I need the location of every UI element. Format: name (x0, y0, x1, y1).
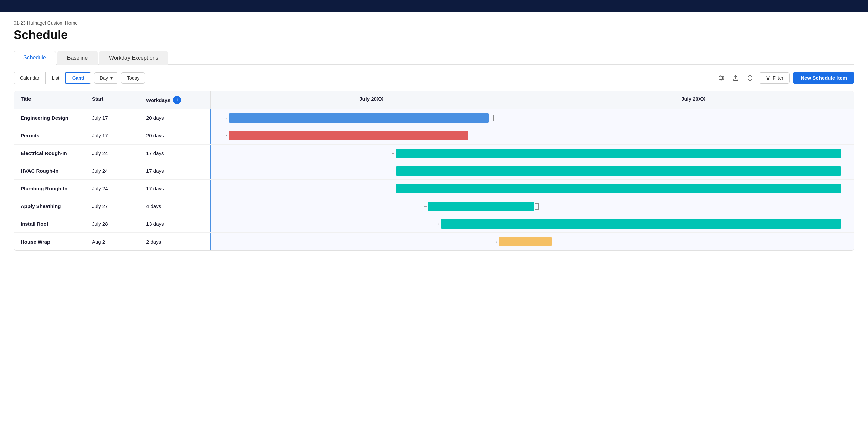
arrow-icon-7: → (494, 239, 498, 244)
arrow-icon-6: → (436, 221, 440, 226)
gantt-right-header: July 20XX July 20XX (211, 91, 854, 109)
collapse-icon-btn[interactable] (745, 73, 755, 83)
chevron-down-icon: ▾ (110, 75, 113, 81)
cell-start-1: July 17 (88, 128, 143, 143)
cell-workdays-7: 2 days (143, 234, 190, 249)
row-left-7: House Wrap Aug 2 2 days (14, 233, 211, 250)
view-toggle: Calendar List Gantt (14, 72, 91, 84)
gantt-bar-5[interactable] (428, 202, 534, 211)
gantt-bar-7[interactable] (499, 237, 552, 246)
today-btn[interactable]: Today (121, 72, 145, 84)
svg-point-5 (721, 79, 722, 80)
settings-icon-btn[interactable] (716, 73, 727, 83)
cell-start-5: July 27 (88, 198, 143, 214)
page-container: 01-23 Hufnagel Custom Home Schedule Sche… (0, 12, 868, 259)
gantt-bar-1[interactable] (229, 131, 468, 140)
breadcrumb: 01-23 Hufnagel Custom Home (14, 20, 854, 26)
cell-title-0: Engineering Design (14, 110, 88, 126)
top-bar (0, 0, 868, 12)
gantt-header: Title Start Workdays + July 20XX July 20… (14, 91, 854, 109)
month-header-2: July 20XX (532, 91, 854, 109)
table-row: House Wrap Aug 2 2 days → (14, 233, 854, 250)
col-title-header: Title (14, 91, 88, 109)
cell-title-4: Plumbing Rough-In (14, 181, 88, 196)
gantt-body: Engineering Design July 17 20 days → Per… (14, 109, 854, 250)
cell-title-2: Electrical Rough-In (14, 146, 88, 161)
table-row: HVAC Rough-In July 24 17 days → (14, 162, 854, 180)
tab-baseline[interactable]: Baseline (57, 51, 98, 65)
cell-workdays-1: 20 days (143, 128, 190, 143)
arrow-icon-0: → (223, 115, 228, 120)
tabs: Schedule Baseline Workday Exceptions (14, 50, 854, 65)
row-right-0: → (211, 109, 854, 127)
col-start-header: Start (88, 91, 143, 109)
row-right-5: → (211, 197, 854, 215)
cell-workdays-4: 17 days (143, 181, 190, 196)
filter-label: Filter (773, 75, 783, 81)
filter-icon (765, 75, 771, 81)
cell-title-5: Apply Sheathing (14, 198, 88, 214)
table-row: Plumbing Rough-In July 24 17 days → (14, 180, 854, 197)
arrow-icon-4: → (391, 186, 395, 191)
gantt-bar-2[interactable] (396, 149, 841, 158)
cell-start-4: July 24 (88, 181, 143, 196)
svg-marker-6 (766, 76, 770, 80)
collapse-icon (747, 75, 753, 81)
toolbar: Calendar List Gantt Day ▾ Today (14, 72, 854, 84)
arrow-icon-1: → (223, 133, 228, 138)
gantt-bar-3[interactable] (396, 166, 841, 176)
add-column-btn[interactable]: + (173, 96, 181, 104)
row-left-0: Engineering Design July 17 20 days (14, 109, 211, 127)
cell-title-7: House Wrap (14, 234, 88, 249)
arrow-icon-5: → (423, 204, 427, 209)
gantt-bar-4[interactable] (396, 184, 841, 193)
cell-workdays-3: 17 days (143, 163, 190, 178)
cell-start-7: Aug 2 (88, 234, 143, 249)
row-left-3: HVAC Rough-In July 24 17 days (14, 162, 211, 179)
arrow-icon-3: → (391, 168, 395, 173)
row-left-5: Apply Sheathing July 27 4 days (14, 197, 211, 215)
table-row: Engineering Design July 17 20 days → (14, 109, 854, 127)
table-row: Permits July 17 20 days → (14, 127, 854, 145)
arrow-icon-2: → (391, 151, 395, 156)
toolbar-right: Filter New Schedule Item (716, 72, 854, 84)
period-label: Day (100, 75, 108, 81)
svg-point-3 (720, 76, 721, 77)
gantt-bar-6[interactable] (441, 219, 841, 229)
gantt-view-btn[interactable]: Gantt (65, 72, 92, 84)
row-right-1: → (211, 127, 854, 144)
period-selector[interactable]: Day ▾ (94, 72, 118, 84)
cell-start-6: July 28 (88, 216, 143, 231)
cell-title-3: HVAC Rough-In (14, 163, 88, 178)
list-view-btn[interactable]: List (46, 72, 66, 84)
row-right-2: → (211, 145, 854, 162)
export-icon (732, 75, 739, 81)
row-left-4: Plumbing Rough-In July 24 17 days (14, 180, 211, 197)
row-right-6: → (211, 215, 854, 232)
filter-btn[interactable]: Filter (759, 72, 790, 84)
cell-start-0: July 17 (88, 110, 143, 126)
table-row: Install Roof July 28 13 days → (14, 215, 854, 233)
workdays-label: Workdays (146, 97, 170, 103)
bracket-right-5 (535, 203, 539, 210)
cell-workdays-0: 20 days (143, 110, 190, 126)
settings-icon (718, 75, 725, 81)
row-right-3: → (211, 162, 854, 179)
new-schedule-item-btn[interactable]: New Schedule Item (793, 72, 854, 84)
page-title: Schedule (14, 28, 854, 42)
tab-workday-exceptions[interactable]: Workday Exceptions (99, 51, 168, 65)
gantt-bar-0[interactable] (229, 113, 489, 123)
cell-start-3: July 24 (88, 163, 143, 178)
cell-workdays-6: 13 days (143, 216, 190, 231)
col-workdays-header: Workdays + (143, 91, 190, 109)
table-row: Apply Sheathing July 27 4 days → (14, 197, 854, 215)
cell-workdays-5: 4 days (143, 198, 190, 214)
month-header-1: July 20XX (211, 91, 532, 109)
tab-schedule[interactable]: Schedule (14, 51, 56, 65)
svg-point-4 (722, 77, 723, 78)
row-left-2: Electrical Rough-In July 24 17 days (14, 145, 211, 162)
calendar-view-btn[interactable]: Calendar (14, 72, 46, 84)
row-left-6: Install Roof July 28 13 days (14, 215, 211, 232)
cell-start-2: July 24 (88, 146, 143, 161)
export-icon-btn[interactable] (730, 73, 741, 83)
